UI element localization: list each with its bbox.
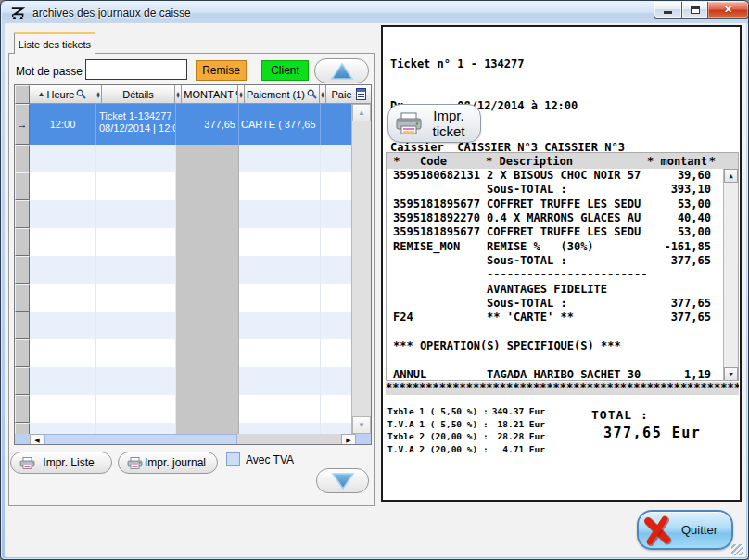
vat-line: T.V.A 1 ( 5,50 %) :18.21 Eur xyxy=(387,418,545,431)
with-vat-label: Avec TVA xyxy=(246,453,294,466)
sort-ascending-icon: ▲ xyxy=(38,90,45,98)
cell-details: Ticket 1-134277 08/12/2014 | 12:00 xyxy=(96,104,176,145)
empty-row xyxy=(15,312,371,339)
app-window: archives des journaux de caisse ✕ Liste … xyxy=(0,0,749,560)
empty-row xyxy=(15,228,371,256)
client-button-label: Client xyxy=(271,64,299,77)
ticket-lines-header[interactable]: * Code * Description * montant * xyxy=(387,153,738,169)
empty-row xyxy=(15,145,371,172)
with-vat-checkbox[interactable] xyxy=(226,452,240,466)
printer-icon xyxy=(19,457,35,469)
empty-row xyxy=(15,256,371,284)
printer-icon xyxy=(127,457,143,469)
scroll-right-arrow[interactable]: ▶ xyxy=(341,434,356,445)
print-ticket-button[interactable]: Impr. ticket xyxy=(387,104,481,143)
resize-grip[interactable] xyxy=(731,544,743,555)
tab-liste-des-tickets[interactable]: Liste des tickets xyxy=(14,32,95,54)
ticket-line: F24** 'CARTE' **377,65 xyxy=(387,311,722,325)
ticket-line: ANNULTAGADA HARIBO SACHET 301,19 xyxy=(387,368,722,381)
vertical-scrollbar[interactable]: ▲ ▼ xyxy=(351,104,371,434)
scroll-up-arrow[interactable]: ▲ xyxy=(352,104,371,121)
column-splitter[interactable]: ▴▾ xyxy=(238,85,245,104)
column-splitter[interactable]: ▴▾ xyxy=(320,85,326,104)
maximize-button[interactable] xyxy=(681,2,707,19)
search-icon[interactable] xyxy=(76,89,86,99)
column-header-montant[interactable]: ∗ MONTANT xyxy=(182,85,238,104)
print-journal-button[interactable]: Impr. journal xyxy=(118,452,218,474)
ticket-line xyxy=(387,325,722,339)
empty-row xyxy=(15,284,371,312)
minimize-icon xyxy=(664,11,672,14)
column-splitter[interactable]: ▴▾ xyxy=(175,85,182,104)
current-row-arrow-icon: → xyxy=(18,120,28,129)
horizontal-scrollbar[interactable]: ◀ ▶ xyxy=(15,434,371,445)
cell-heure: 12:00 xyxy=(30,104,96,145)
empty-row xyxy=(15,339,371,367)
ticket-line: ------------------------ xyxy=(387,268,722,282)
title-bar[interactable]: archives des journaux de caisse ✕ xyxy=(2,2,749,24)
remise-button-label: Remise xyxy=(202,64,240,77)
scroll-left-arrow[interactable]: ◀ xyxy=(30,434,44,445)
scrollbar-track[interactable] xyxy=(237,434,341,445)
vat-line: T.V.A 2 (20,00 %) :4.71 Eur xyxy=(387,443,545,456)
row-selector-cell[interactable]: → xyxy=(15,104,30,145)
ticket-line: *** OPERATION(S) SPECIFIQUE(S) *** xyxy=(387,339,722,353)
column-header-paiement-2[interactable]: Paie xyxy=(326,85,371,104)
scroll-up-button[interactable] xyxy=(314,58,369,83)
minimize-button[interactable] xyxy=(654,2,681,19)
cell-montant: 377,65 xyxy=(176,104,239,145)
down-arrow-icon: ▼ xyxy=(358,421,365,429)
scrollbar-corner xyxy=(15,434,30,445)
ticket-row-selected[interactable]: → 12:00 Ticket 1-134277 08/12/2014 | 12:… xyxy=(15,104,371,145)
left-arrow-icon: ◀ xyxy=(34,437,39,444)
empty-row xyxy=(15,367,371,395)
tab-label: Liste des tickets xyxy=(19,39,91,50)
empty-row xyxy=(15,172,371,200)
up-triangle-icon xyxy=(330,62,354,81)
ticket-number-line: Ticket n° 1 - 134277 xyxy=(390,57,625,71)
asterisk-separator: ****************************************… xyxy=(386,382,739,395)
ticket-line: Sous-TOTAL :377,65 xyxy=(387,254,722,268)
password-input[interactable] xyxy=(85,59,187,80)
vat-line: Txble 1 ( 5,50 %) :349.37 Eur xyxy=(387,405,545,418)
print-list-button[interactable]: Impr. Liste xyxy=(10,452,112,474)
scrollbar-thumb[interactable] xyxy=(44,434,237,445)
detail-vertical-scrollbar[interactable]: ▲ ▼ xyxy=(723,169,738,381)
cell-paiement: CARTE ( 377,65 xyxy=(239,104,321,145)
client-button[interactable]: Client xyxy=(261,60,309,81)
right-arrow-icon: ▶ xyxy=(346,437,350,444)
vat-line: Txble 2 (20,00 %) :28.28 Eur xyxy=(387,430,545,443)
up-arrow-icon: ▲ xyxy=(358,108,365,117)
up-arrow-icon: ▲ xyxy=(729,172,732,180)
shopping-cart-icon xyxy=(10,6,27,20)
detail-scroll-up[interactable]: ▲ xyxy=(724,169,738,183)
ticket-line xyxy=(387,353,722,367)
red-x-icon xyxy=(643,515,675,546)
ticket-lines-body: 35951806821312 X BISOUS CHOC NOIR 5739,6… xyxy=(387,169,722,381)
tickets-table-body: → 12:00 Ticket 1-134277 08/12/2014 | 12:… xyxy=(15,104,371,434)
ticket-lines-grid: * Code * Description * montant * 3595180… xyxy=(386,152,739,381)
ticket-line: Sous-TOTAL :393,10 xyxy=(387,183,722,197)
total-value: 377,65 Eur xyxy=(603,425,701,441)
scroll-down-arrow[interactable]: ▼ xyxy=(352,416,371,434)
quit-button[interactable]: Quitter xyxy=(637,510,733,550)
down-triangle-icon xyxy=(331,472,355,490)
scroll-down-button[interactable] xyxy=(316,468,369,493)
ticket-line: AVANTAGES FIDELITE xyxy=(387,283,722,297)
print-ticket-label: Impr. ticket xyxy=(423,108,480,139)
grid-options-icon[interactable] xyxy=(356,88,366,100)
close-button[interactable]: ✕ xyxy=(707,2,749,19)
search-icon[interactable] xyxy=(307,89,317,99)
column-splitter[interactable]: ▴▾ xyxy=(95,85,102,104)
ticket-line: 35951806821312 X BISOUS CHOC NOIR 5739,6… xyxy=(387,169,722,183)
empty-row xyxy=(15,395,371,423)
column-header-heure[interactable]: ▲ Heure xyxy=(30,85,95,104)
ticket-line: Sous-TOTAL :377,65 xyxy=(387,297,722,311)
column-header-paiement-1[interactable]: Paiement (1) xyxy=(245,85,320,104)
row-selector-header[interactable] xyxy=(15,85,30,104)
column-header-details[interactable]: Détails xyxy=(102,85,175,104)
detail-scroll-down[interactable]: ▼ xyxy=(724,367,738,381)
tickets-table: ▲ Heure ▴▾ Détails ▴▾ ∗ MONTANT ▴▾ xyxy=(14,84,372,445)
scrollbar-corner xyxy=(356,434,371,445)
remise-button[interactable]: Remise xyxy=(196,60,247,81)
